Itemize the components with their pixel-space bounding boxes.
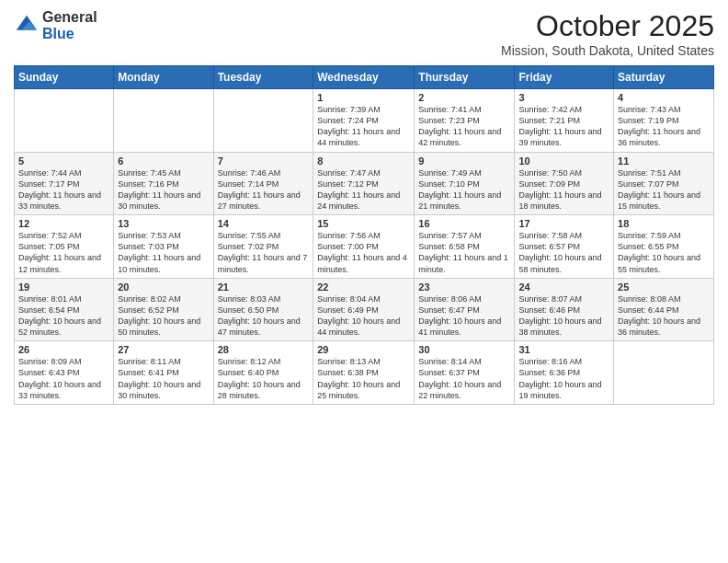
week-row-1: 1Sunrise: 7:39 AM Sunset: 7:24 PM Daylig… [15, 89, 714, 153]
logo-general: General [42, 9, 97, 26]
day-info: Sunrise: 7:39 AM Sunset: 7:24 PM Dayligh… [317, 104, 410, 149]
day-info: Sunrise: 7:52 AM Sunset: 7:05 PM Dayligh… [18, 230, 109, 275]
col-saturday: Saturday [614, 66, 714, 89]
col-sunday: Sunday [15, 66, 114, 89]
day-cell: 18Sunrise: 7:59 AM Sunset: 6:55 PM Dayli… [614, 215, 714, 279]
day-info: Sunrise: 8:03 AM Sunset: 6:50 PM Dayligh… [218, 293, 310, 339]
day-cell: 22Sunrise: 8:04 AM Sunset: 6:49 PM Dayli… [313, 278, 415, 341]
col-friday: Friday [515, 66, 614, 89]
day-info: Sunrise: 8:16 AM Sunset: 6:36 PM Dayligh… [518, 356, 609, 401]
week-row-3: 12Sunrise: 7:52 AM Sunset: 7:05 PM Dayli… [15, 215, 714, 279]
day-number: 15 [317, 218, 410, 229]
logo-text: General Blue [42, 9, 97, 41]
day-info: Sunrise: 7:55 AM Sunset: 7:02 PM Dayligh… [218, 230, 310, 275]
day-info: Sunrise: 8:09 AM Sunset: 6:43 PM Dayligh… [18, 356, 109, 401]
day-cell: 24Sunrise: 8:07 AM Sunset: 6:46 PM Dayli… [515, 278, 614, 341]
day-number: 26 [18, 344, 109, 355]
day-cell: 15Sunrise: 7:56 AM Sunset: 7:00 PM Dayli… [313, 215, 415, 279]
day-cell: 26Sunrise: 8:09 AM Sunset: 6:43 PM Dayli… [15, 341, 114, 405]
day-info: Sunrise: 8:04 AM Sunset: 6:49 PM Dayligh… [317, 293, 410, 339]
day-cell: 17Sunrise: 7:58 AM Sunset: 6:57 PM Dayli… [515, 215, 614, 279]
page: General Blue October 2025 Mission, South… [0, 0, 728, 563]
day-cell: 3Sunrise: 7:42 AM Sunset: 7:21 PM Daylig… [515, 89, 614, 153]
title-block: October 2025 Mission, South Dakota, Unit… [501, 9, 714, 58]
day-info: Sunrise: 8:08 AM Sunset: 6:44 PM Dayligh… [618, 293, 710, 339]
day-number: 1 [317, 92, 410, 103]
day-cell: 8Sunrise: 7:47 AM Sunset: 7:12 PM Daylig… [313, 152, 415, 215]
day-cell: 12Sunrise: 7:52 AM Sunset: 7:05 PM Dayli… [15, 215, 114, 279]
day-number: 3 [518, 92, 609, 103]
day-info: Sunrise: 7:43 AM Sunset: 7:19 PM Dayligh… [618, 104, 710, 149]
week-row-5: 26Sunrise: 8:09 AM Sunset: 6:43 PM Dayli… [15, 341, 714, 405]
col-wednesday: Wednesday [313, 66, 415, 89]
day-info: Sunrise: 7:47 AM Sunset: 7:12 PM Dayligh… [317, 167, 410, 213]
day-cell: 4Sunrise: 7:43 AM Sunset: 7:19 PM Daylig… [614, 89, 714, 153]
day-cell: 10Sunrise: 7:50 AM Sunset: 7:09 PM Dayli… [515, 152, 614, 215]
day-info: Sunrise: 8:12 AM Sunset: 6:40 PM Dayligh… [218, 356, 310, 401]
day-number: 16 [418, 218, 510, 229]
day-number: 17 [518, 218, 609, 229]
header: General Blue October 2025 Mission, South… [14, 9, 714, 58]
month-title: October 2025 [501, 9, 714, 43]
day-info: Sunrise: 8:07 AM Sunset: 6:46 PM Dayligh… [518, 293, 609, 339]
day-info: Sunrise: 7:42 AM Sunset: 7:21 PM Dayligh… [518, 104, 609, 149]
day-cell: 25Sunrise: 8:08 AM Sunset: 6:44 PM Dayli… [614, 278, 714, 341]
day-info: Sunrise: 7:49 AM Sunset: 7:10 PM Dayligh… [418, 167, 510, 213]
day-number: 8 [317, 155, 410, 167]
day-cell: 21Sunrise: 8:03 AM Sunset: 6:50 PM Dayli… [213, 278, 313, 341]
col-tuesday: Tuesday [213, 66, 313, 89]
day-number: 25 [618, 282, 710, 293]
day-cell: 29Sunrise: 8:13 AM Sunset: 6:38 PM Dayli… [313, 341, 415, 405]
day-cell: 1Sunrise: 7:39 AM Sunset: 7:24 PM Daylig… [313, 89, 415, 153]
day-number: 30 [418, 344, 510, 355]
day-cell: 14Sunrise: 7:55 AM Sunset: 7:02 PM Dayli… [213, 215, 313, 279]
day-number: 22 [317, 282, 410, 293]
day-number: 24 [518, 282, 609, 293]
day-info: Sunrise: 7:46 AM Sunset: 7:14 PM Dayligh… [218, 167, 310, 213]
day-info: Sunrise: 8:01 AM Sunset: 6:54 PM Dayligh… [18, 293, 109, 339]
day-number: 23 [418, 282, 510, 293]
day-number: 27 [118, 344, 209, 355]
day-cell: 23Sunrise: 8:06 AM Sunset: 6:47 PM Dayli… [415, 278, 515, 341]
logo-icon [14, 13, 40, 39]
day-number: 12 [18, 218, 109, 229]
day-info: Sunrise: 7:53 AM Sunset: 7:03 PM Dayligh… [118, 230, 209, 275]
logo: General Blue [14, 9, 97, 41]
header-row: Sunday Monday Tuesday Wednesday Thursday… [15, 66, 714, 89]
day-number: 7 [218, 155, 310, 167]
day-cell: 6Sunrise: 7:45 AM Sunset: 7:16 PM Daylig… [114, 152, 213, 215]
day-number: 2 [418, 92, 510, 103]
col-thursday: Thursday [415, 66, 515, 89]
day-cell: 7Sunrise: 7:46 AM Sunset: 7:14 PM Daylig… [213, 152, 313, 215]
day-number: 29 [317, 344, 410, 355]
calendar: Sunday Monday Tuesday Wednesday Thursday… [14, 65, 714, 405]
day-info: Sunrise: 8:06 AM Sunset: 6:47 PM Dayligh… [418, 293, 510, 339]
day-cell: 30Sunrise: 8:14 AM Sunset: 6:37 PM Dayli… [415, 341, 515, 405]
day-number: 13 [118, 218, 209, 229]
day-number: 31 [518, 344, 609, 355]
day-info: Sunrise: 8:14 AM Sunset: 6:37 PM Dayligh… [418, 356, 510, 401]
day-cell [213, 89, 313, 153]
day-cell: 19Sunrise: 8:01 AM Sunset: 6:54 PM Dayli… [15, 278, 114, 341]
day-number: 6 [118, 155, 209, 167]
week-row-2: 5Sunrise: 7:44 AM Sunset: 7:17 PM Daylig… [15, 152, 714, 215]
day-cell: 9Sunrise: 7:49 AM Sunset: 7:10 PM Daylig… [415, 152, 515, 215]
day-cell [614, 341, 714, 405]
day-number: 10 [518, 155, 609, 167]
day-cell: 16Sunrise: 7:57 AM Sunset: 6:58 PM Dayli… [415, 215, 515, 279]
day-number: 14 [218, 218, 310, 229]
day-info: Sunrise: 7:58 AM Sunset: 6:57 PM Dayligh… [518, 230, 609, 275]
day-info: Sunrise: 8:02 AM Sunset: 6:52 PM Dayligh… [118, 293, 209, 339]
day-number: 20 [118, 282, 209, 293]
day-info: Sunrise: 7:45 AM Sunset: 7:16 PM Dayligh… [118, 167, 209, 213]
day-number: 19 [18, 282, 109, 293]
day-info: Sunrise: 8:11 AM Sunset: 6:41 PM Dayligh… [118, 356, 209, 401]
day-number: 5 [18, 155, 109, 167]
day-number: 21 [218, 282, 310, 293]
day-number: 28 [218, 344, 310, 355]
day-info: Sunrise: 8:13 AM Sunset: 6:38 PM Dayligh… [317, 356, 410, 401]
day-info: Sunrise: 7:59 AM Sunset: 6:55 PM Dayligh… [618, 230, 710, 275]
day-info: Sunrise: 7:41 AM Sunset: 7:23 PM Dayligh… [418, 104, 510, 149]
day-info: Sunrise: 7:56 AM Sunset: 7:00 PM Dayligh… [317, 230, 410, 275]
day-cell: 27Sunrise: 8:11 AM Sunset: 6:41 PM Dayli… [114, 341, 213, 405]
